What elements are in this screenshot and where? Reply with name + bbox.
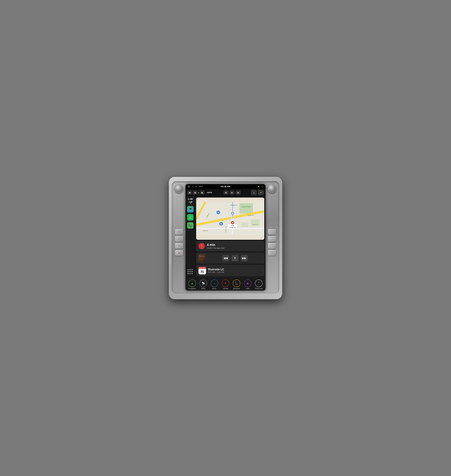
status-time: 04:18 AM: [221, 185, 230, 188]
content-area: 91 91 Hunter Park N Main St Chicago Ave …: [195, 196, 265, 277]
calendar-card[interactable]: Thursday 31 Riverside LC 8:45 AM – 3:30 …: [196, 265, 264, 277]
screen-container: ⏻ ☽ ☀ 69°F 04:18 AM ⚡ ▭ ◀ ◀: [186, 184, 265, 290]
next-button[interactable]: ▶: [200, 191, 205, 195]
nav-pin-icon: 📍: [199, 243, 205, 249]
prev-prev-button[interactable]: ◀: [187, 191, 192, 195]
svg-text:91: 91: [220, 223, 222, 225]
mini-time: 1:18: [188, 198, 193, 200]
right-knob[interactable]: [268, 184, 276, 193]
calendar-icon: Thursday 31: [199, 267, 206, 274]
music-pause-button[interactable]: ⏸: [232, 255, 238, 261]
right-btn-2[interactable]: [268, 236, 276, 242]
maps-app-icon[interactable]: 🗺: [187, 206, 194, 212]
nav-label-climate: Climate: [223, 288, 228, 289]
svg-text:Chicago Ave: Chicago Ave: [230, 204, 237, 206]
music-controls: ◀◀ ⏸ ▶▶: [207, 255, 262, 261]
hazard-button[interactable]: ▲: [175, 250, 183, 256]
brightness-icon[interactable]: ☀: [195, 185, 197, 188]
nav-label-bluetooth: Bluetooth: [233, 288, 240, 289]
music-icon: ♪: [214, 282, 215, 285]
home-icon: ⌂: [253, 191, 255, 194]
video-icon: ◉: [246, 282, 249, 285]
svg-point-23: [232, 222, 233, 223]
right-buttons: OK: [268, 194, 276, 290]
nav-item-video[interactable]: ◉ Video: [244, 279, 251, 289]
usb-icon: ⚡: [257, 185, 260, 188]
temperature: 69°F: [199, 185, 203, 187]
home-button[interactable]: ⌂: [251, 190, 257, 195]
svg-text:Watkins Dr: Watkins Dr: [252, 224, 258, 225]
phonelink-icon: 📱: [257, 282, 260, 285]
nav-circle-phonelink: 📱: [255, 279, 263, 287]
apps-grid-button[interactable]: [188, 269, 193, 275]
radio-icon: 📡: [202, 282, 205, 285]
nav-label-navigation: Navigation: [188, 288, 196, 289]
nav-item-radio[interactable]: 📡 Radio: [200, 279, 207, 289]
right-panel: OK: [267, 184, 277, 290]
spotify-app-icon[interactable]: ♫: [187, 214, 194, 220]
nav-label-video: Video: [246, 288, 250, 289]
apps-label: APPS: [207, 192, 212, 194]
right-btn-3[interactable]: [268, 243, 276, 249]
pause-icon: ⏸: [234, 257, 236, 259]
left-btn-1[interactable]: ✕: [175, 229, 183, 235]
play-pause-button[interactable]: ⏭: [230, 191, 234, 195]
rewind-icon: ◀◀: [224, 257, 228, 260]
left-buttons: ✕ ✕ ✕ ▲: [175, 194, 183, 290]
back-button[interactable]: ↩: [258, 190, 264, 195]
nav-item-climate[interactable]: ❄ Climate: [222, 279, 229, 289]
prev-button[interactable]: ◀: [193, 191, 197, 195]
fast-forward-button[interactable]: ⏭: [236, 191, 241, 195]
album-art-inner: HEROES ⬡: [198, 254, 206, 262]
music-card: HEROES ⬡ ◀◀ ⏸: [196, 252, 264, 264]
nav-circle-video: ◉: [244, 279, 251, 287]
map-container[interactable]: 91 91 Hunter Park N Main St Chicago Ave …: [196, 198, 264, 240]
nav-circle-navigation: ▲: [188, 279, 196, 287]
wifi-icon: ▾: [188, 202, 193, 204]
nav-circle-radio: 📡: [200, 279, 207, 287]
music-rewind-button[interactable]: ◀◀: [222, 255, 229, 261]
svg-rect-3: [242, 223, 248, 227]
svg-text:Chicago Ave: Chicago Ave: [229, 227, 236, 228]
album-decoration: ⬡: [199, 257, 205, 261]
x-icon-3: ✕: [178, 244, 180, 247]
nav-item-music[interactable]: ♪ Music: [211, 279, 218, 289]
nav-address: 3130 Chicago Ave: [207, 247, 262, 249]
nav-card[interactable]: 📍 4 min 3130 Chicago Ave: [196, 241, 264, 251]
screen: ⏻ ☽ ☀ 69°F 04:18 AM ⚡ ▭ ◀ ◀: [186, 184, 265, 290]
cal-title: Riverside LC: [208, 268, 262, 271]
left-btn-3[interactable]: ✕: [175, 243, 183, 249]
cal-info: Riverside LC 8:45 AM – 3:30 PM: [208, 268, 262, 273]
left-panel: ✕ ✕ ✕ ▲: [174, 184, 184, 290]
battery-icon: ▭: [261, 185, 263, 188]
signal-bars: ▁▂▃▄: [188, 201, 192, 202]
phone-app-icon[interactable]: 📞: [187, 222, 194, 229]
nav-info: 4 min 3130 Chicago Ave: [207, 243, 262, 249]
toolbar: ◀ ◀ 1 ▶ APPS ⏮ ⏭ ⏭ ⌂ ↩: [186, 189, 265, 196]
power-icon: ⏻: [188, 185, 190, 188]
cal-month: Thursday: [199, 267, 206, 269]
right-btn-4[interactable]: OK: [268, 250, 276, 256]
spotify-icon: ♫: [189, 216, 191, 219]
album-text: HEROES: [199, 256, 205, 257]
svg-rect-1: [239, 203, 253, 213]
nav-item-bluetooth[interactable]: 📞 Bluetooth: [233, 279, 240, 289]
pin-icon: 📍: [200, 244, 204, 248]
svg-text:3130: 3130: [231, 225, 234, 226]
bluetooth-icon: 📞: [235, 282, 238, 285]
nav-item-phonelink[interactable]: 📱 PhoneLink: [255, 279, 263, 289]
forward-icon: ▶▶: [242, 257, 246, 260]
left-knob[interactable]: [175, 184, 183, 193]
nav-item-navigation[interactable]: ▲ Navigation: [188, 279, 196, 289]
rewind-button[interactable]: ⏮: [224, 191, 228, 195]
svg-text:91: 91: [218, 212, 219, 213]
left-btn-2[interactable]: ✕: [175, 236, 183, 242]
car-inner: ✕ ✕ ✕ ▲ ⏻ ☽: [172, 181, 279, 293]
status-bar: ⏻ ☽ ☀ 69°F 04:18 AM ⚡ ▭: [186, 184, 265, 189]
maps-icon: 🗺: [189, 208, 192, 211]
mini-clock: 1:18 ▁▂▃▄ ▾: [188, 198, 193, 204]
status-left: ⏻ ☽ ☀ 69°F: [188, 185, 203, 188]
climate-icon: ❄: [224, 282, 226, 285]
music-forward-button[interactable]: ▶▶: [241, 255, 248, 261]
right-btn-1[interactable]: [268, 229, 276, 235]
